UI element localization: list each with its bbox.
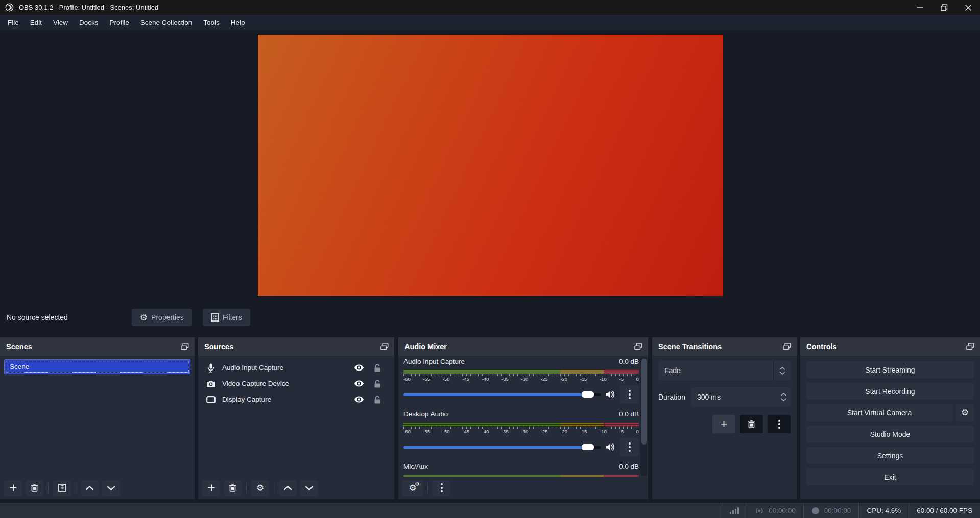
- scene-filters-button[interactable]: [53, 480, 71, 496]
- channel-name: Mic/Aux: [403, 463, 428, 471]
- remove-transition-button[interactable]: [740, 415, 763, 433]
- cpu-usage: CPU: 4.6%: [858, 503, 909, 518]
- db-scale-ruler: -60-55-50-45-40-35-30-25-20-15-10-50: [403, 427, 639, 434]
- lock-icon[interactable]: [374, 364, 381, 372]
- controls-panel-header[interactable]: Controls: [800, 337, 980, 356]
- volume-slider-handle[interactable]: [582, 391, 594, 398]
- restore-button[interactable]: [932, 0, 956, 15]
- start-streaming-button[interactable]: Start Streaming: [806, 361, 974, 378]
- virtual-camera-settings-button[interactable]: ⚙: [956, 404, 974, 421]
- transition-select[interactable]: Fade: [658, 361, 791, 380]
- menu-file[interactable]: File: [2, 15, 25, 30]
- source-row-display-capture[interactable]: Display Capture: [198, 391, 394, 407]
- kebab-menu-icon: [778, 420, 780, 429]
- db-scale-ruler: -60-55-50-45-40-35-30-25-20-15-10-50: [403, 374, 639, 382]
- toolbar-separator: [246, 482, 247, 494]
- mixer-channel-audio-input-capture: Audio Input Capture 0.0 dB -60-55-50-45-…: [403, 358, 639, 404]
- properties-button[interactable]: ⚙ Properties: [132, 309, 192, 326]
- scenes-list: Scene: [0, 356, 195, 477]
- menu-tools[interactable]: Tools: [198, 15, 225, 30]
- transitions-panel-header[interactable]: Scene Transitions: [652, 337, 797, 356]
- add-scene-button[interactable]: [4, 480, 22, 496]
- sources-panel: Sources Audio Input Capture Video Captur…: [198, 337, 394, 499]
- preview-canvas[interactable]: [258, 35, 723, 296]
- channel-menu-button[interactable]: [620, 385, 639, 404]
- visibility-eye-icon[interactable]: [354, 396, 364, 403]
- titlebar: OBS 30.1.2 - Profile: Untitled - Scenes:…: [0, 0, 980, 15]
- channel-menu-button[interactable]: [620, 438, 639, 456]
- move-source-up-button[interactable]: [279, 480, 297, 496]
- remove-scene-button[interactable]: [26, 480, 43, 496]
- settings-button[interactable]: Settings: [806, 447, 974, 464]
- add-source-button[interactable]: [202, 480, 220, 496]
- mixer-scrollbar-thumb[interactable]: [641, 359, 647, 445]
- controls-panel: Controls Start Streaming Start Recording…: [800, 337, 980, 499]
- chevron-down-icon: [780, 372, 785, 375]
- advanced-audio-properties-button[interactable]: ⚙⚙: [402, 480, 423, 496]
- source-row-video-capture-device[interactable]: Video Capture Device: [198, 376, 394, 391]
- menu-help[interactable]: Help: [225, 15, 251, 30]
- volume-slider-handle[interactable]: [582, 444, 594, 450]
- visibility-eye-icon[interactable]: [354, 364, 364, 371]
- start-recording-button[interactable]: Start Recording: [806, 383, 974, 400]
- menubar: File Edit View Docks Profile Scene Colle…: [0, 15, 980, 30]
- trash-icon: [748, 420, 755, 428]
- studio-mode-button[interactable]: Studio Mode: [806, 426, 974, 442]
- record-time: 00:00:00: [824, 507, 851, 514]
- channel-level-db: 0.0 dB: [619, 358, 639, 365]
- chevron-up-icon[interactable]: [781, 393, 786, 396]
- menu-edit[interactable]: Edit: [25, 15, 47, 30]
- menu-scene-collection[interactable]: Scene Collection: [135, 15, 198, 30]
- transition-menu-button[interactable]: [768, 415, 791, 433]
- speaker-icon[interactable]: [605, 390, 615, 399]
- sources-panel-header[interactable]: Sources: [198, 337, 394, 356]
- exit-button[interactable]: Exit: [806, 468, 974, 485]
- popout-icon[interactable]: [966, 343, 974, 350]
- transitions-panel-title: Scene Transitions: [658, 342, 722, 351]
- mixer-scrollbar[interactable]: [640, 357, 647, 476]
- scene-list-item[interactable]: Scene: [4, 359, 190, 374]
- popout-icon[interactable]: [181, 343, 189, 350]
- scenes-panel-header[interactable]: Scenes: [0, 337, 195, 356]
- window-title: OBS 30.1.2 - Profile: Untitled - Scenes:…: [19, 4, 158, 11]
- toolbar-separator: [274, 482, 274, 494]
- move-scene-up-button[interactable]: [81, 480, 99, 496]
- visibility-eye-icon[interactable]: [354, 380, 364, 387]
- spinbox-arrows[interactable]: [781, 393, 786, 401]
- obs-window: OBS 30.1.2 - Profile: Untitled - Scenes:…: [0, 0, 980, 518]
- audio-mixer-panel-header[interactable]: Audio Mixer: [398, 337, 648, 356]
- gear-icon: ⚙: [140, 313, 148, 322]
- kebab-menu-icon: [441, 483, 443, 492]
- volume-slider[interactable]: [403, 446, 601, 449]
- add-transition-button[interactable]: +: [712, 415, 735, 433]
- move-source-down-button[interactable]: [300, 480, 318, 496]
- popout-icon[interactable]: [380, 343, 389, 350]
- lock-icon[interactable]: [374, 396, 381, 404]
- source-properties-button[interactable]: ⚙: [251, 480, 269, 496]
- mixer-menu-button[interactable]: [433, 480, 450, 496]
- menu-profile[interactable]: Profile: [104, 15, 135, 30]
- remove-source-button[interactable]: [224, 480, 242, 496]
- lock-icon[interactable]: [374, 380, 381, 388]
- channel-level-db: 0.0 dB: [619, 463, 639, 471]
- scenes-panel: Scenes Scene: [0, 337, 195, 499]
- volume-slider[interactable]: [403, 393, 601, 396]
- menu-docks[interactable]: Docks: [74, 15, 104, 30]
- filters-button[interactable]: Filters: [203, 309, 250, 326]
- duration-spinbox[interactable]: 300 ms: [691, 387, 791, 407]
- popout-icon[interactable]: [634, 343, 642, 350]
- move-scene-down-button[interactable]: [102, 480, 120, 496]
- scenes-panel-title: Scenes: [6, 342, 32, 351]
- window-controls: [908, 0, 980, 15]
- popout-icon[interactable]: [783, 343, 791, 350]
- speaker-icon[interactable]: [605, 443, 615, 451]
- source-row-audio-input-capture[interactable]: Audio Input Capture: [198, 360, 394, 376]
- db-scale-labels: -60-55-50-45-40-35-30-25-20-15-10-50: [403, 429, 639, 434]
- double-gear-icon: ⚙⚙: [409, 484, 416, 492]
- obs-logo-icon: [5, 3, 14, 12]
- start-virtual-camera-button[interactable]: Start Virtual Camera: [806, 404, 952, 421]
- close-button[interactable]: [956, 0, 980, 15]
- chevron-down-icon[interactable]: [781, 398, 786, 401]
- minimize-button[interactable]: [908, 0, 932, 15]
- menu-view[interactable]: View: [47, 15, 74, 30]
